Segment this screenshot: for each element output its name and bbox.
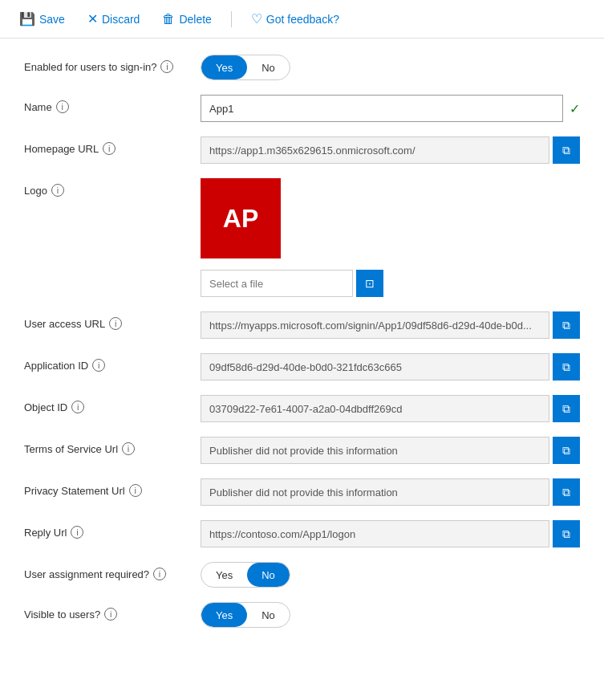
file-input[interactable]: [201, 270, 353, 297]
visible-row: Visible to users? i Yes No: [24, 602, 580, 628]
logo-preview: AP: [201, 178, 281, 258]
reply-input[interactable]: [201, 520, 549, 547]
file-browse-button[interactable]: ⊡: [356, 270, 383, 297]
copy-icon: ⧉: [562, 486, 570, 499]
copy-icon: ⧉: [562, 144, 570, 157]
enabled-toggle-group: Yes No: [201, 55, 580, 80]
file-select-wrap: ⊡: [201, 270, 383, 297]
copy-icon: ⧉: [562, 360, 570, 374]
copy-icon: ⧉: [562, 527, 570, 541]
tos-input[interactable]: [201, 437, 549, 464]
homepage-control: ⧉: [201, 136, 580, 164]
app-id-copy-button[interactable]: ⧉: [553, 353, 580, 381]
privacy-input[interactable]: [201, 478, 549, 506]
feedback-button[interactable]: ♡ Got feedback?: [248, 10, 343, 28]
enabled-toggle: Yes No: [201, 55, 290, 80]
user-assign-yes-button[interactable]: Yes: [201, 563, 247, 587]
app-id-control: ⧉: [201, 353, 580, 381]
object-id-control: ⧉: [201, 395, 580, 422]
enabled-row: Enabled for users to sign-in? i Yes No: [24, 55, 580, 80]
visible-label: Visible to users? i: [24, 602, 201, 621]
user-assign-no-button[interactable]: No: [247, 563, 290, 587]
discard-icon: ✕: [87, 11, 98, 26]
name-label: Name i: [24, 95, 201, 113]
name-info-icon[interactable]: i: [56, 100, 69, 113]
user-access-input[interactable]: [201, 311, 549, 339]
tos-control: ⧉: [201, 437, 580, 464]
enabled-no-button[interactable]: No: [247, 55, 290, 79]
tos-info-icon[interactable]: i: [122, 442, 135, 455]
object-id-info-icon[interactable]: i: [71, 401, 84, 413]
feedback-icon: ♡: [251, 11, 262, 26]
feedback-label: Got feedback?: [266, 13, 339, 26]
tos-label: Terms of Service Url i: [24, 437, 201, 455]
visible-info-icon[interactable]: i: [104, 608, 117, 621]
save-label: Save: [39, 13, 65, 26]
name-row: Name i ✓: [24, 95, 580, 122]
delete-icon: 🗑: [162, 12, 175, 26]
toolbar: 💾 Save ✕ Discard 🗑 Delete ♡ Got feedback…: [0, 0, 604, 39]
copy-icon: ⧉: [562, 319, 570, 332]
save-button[interactable]: 💾 Save: [16, 10, 68, 28]
homepage-label: Homepage URL i: [24, 136, 201, 155]
homepage-row: Homepage URL i ⧉: [24, 136, 580, 164]
file-icon: ⊡: [365, 277, 375, 290]
enabled-info-icon[interactable]: i: [160, 60, 173, 73]
user-assign-toggle-group: Yes No: [201, 562, 580, 588]
discard-label: Discard: [102, 13, 140, 26]
visible-no-button[interactable]: No: [247, 603, 290, 627]
reply-label: Reply Url i: [24, 520, 201, 539]
copy-icon: ⧉: [562, 444, 570, 458]
visible-toggle-group: Yes No: [201, 602, 580, 628]
homepage-info-icon[interactable]: i: [103, 142, 116, 155]
privacy-control: ⧉: [201, 478, 580, 506]
reply-control: ⧉: [201, 520, 580, 547]
app-id-info-icon[interactable]: i: [92, 359, 105, 372]
name-check-icon: ✓: [570, 101, 580, 116]
user-access-copy-button[interactable]: ⧉: [553, 311, 580, 339]
discard-button[interactable]: ✕ Discard: [84, 10, 143, 28]
name-input[interactable]: [201, 95, 563, 122]
homepage-input[interactable]: [201, 136, 549, 164]
name-control: ✓: [201, 95, 580, 122]
user-assign-toggle: Yes No: [201, 562, 290, 588]
app-id-input[interactable]: [201, 353, 549, 381]
user-access-control: ⧉: [201, 311, 580, 339]
reply-row: Reply Url i ⧉: [24, 520, 580, 547]
user-assign-info-icon[interactable]: i: [153, 568, 166, 580]
logo-row: Logo i AP ⊡: [24, 178, 580, 297]
reply-info-icon[interactable]: i: [71, 526, 83, 539]
object-id-row: Object ID i ⧉: [24, 395, 580, 422]
user-access-row: User access URL i ⧉: [24, 311, 580, 339]
toolbar-divider: [231, 11, 232, 27]
privacy-copy-button[interactable]: ⧉: [553, 478, 580, 506]
logo-info-icon[interactable]: i: [51, 184, 64, 197]
object-id-label: Object ID i: [24, 395, 201, 413]
delete-button[interactable]: 🗑 Delete: [159, 10, 214, 28]
enabled-label: Enabled for users to sign-in? i: [24, 55, 201, 73]
object-id-copy-button[interactable]: ⧉: [553, 395, 580, 422]
tos-copy-button[interactable]: ⧉: [553, 437, 580, 464]
object-id-input[interactable]: [201, 395, 549, 422]
app-id-label: Application ID i: [24, 353, 201, 372]
user-access-info-icon[interactable]: i: [109, 317, 122, 330]
tos-row: Terms of Service Url i ⧉: [24, 437, 580, 464]
reply-copy-button[interactable]: ⧉: [553, 520, 580, 547]
logo-label: Logo i: [24, 178, 201, 197]
delete-label: Delete: [179, 13, 211, 26]
copy-icon: ⧉: [562, 402, 570, 416]
privacy-info-icon[interactable]: i: [129, 484, 142, 497]
logo-col: AP ⊡: [201, 178, 383, 297]
visible-toggle: Yes No: [201, 602, 290, 628]
app-id-row: Application ID i ⧉: [24, 353, 580, 381]
visible-yes-button[interactable]: Yes: [201, 603, 247, 627]
homepage-copy-button[interactable]: ⧉: [553, 136, 580, 164]
user-assign-row: User assignment required? i Yes No: [24, 562, 580, 588]
enabled-yes-button[interactable]: Yes: [201, 55, 247, 79]
user-assign-label: User assignment required? i: [24, 562, 201, 580]
form-body: Enabled for users to sign-in? i Yes No N…: [0, 39, 604, 658]
privacy-row: Privacy Statement Url i ⧉: [24, 478, 580, 506]
save-icon: 💾: [19, 11, 35, 26]
user-access-label: User access URL i: [24, 311, 201, 330]
privacy-label: Privacy Statement Url i: [24, 478, 201, 497]
